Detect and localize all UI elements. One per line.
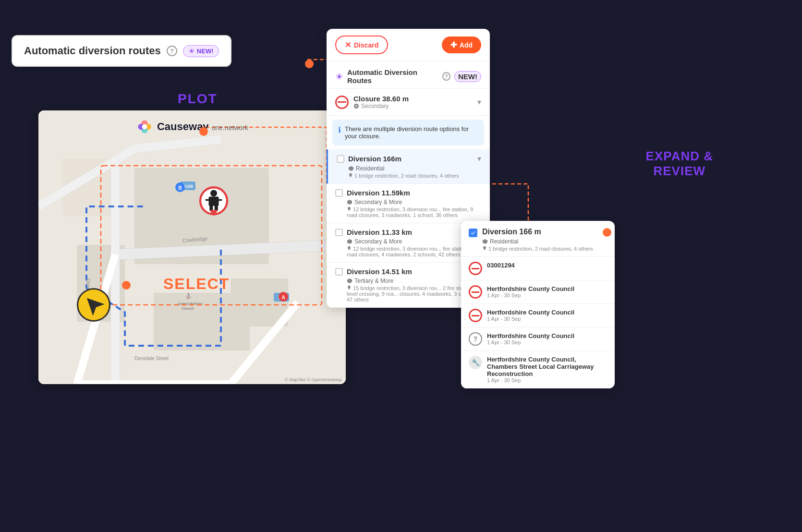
badge-new-label: NEW! [183,45,219,57]
svg-rect-27 [218,199,222,201]
add-button[interactable]: ✚ Add [442,36,481,53]
diversion-item-2[interactable]: Diversion 11.59km Secondary & More 12 br… [327,184,490,223]
closure-restrict-icon [335,96,349,109]
svg-point-39 [142,124,147,130]
svg-text:United Reform: United Reform [178,302,203,306]
road-worker-pin [197,185,231,223]
diversion-checkbox-2[interactable] [335,189,343,197]
diversion-chevron-1[interactable]: ▾ [477,154,481,163]
new-badge-text: NEW! [197,48,214,55]
connector-dot-1 [305,60,314,68]
diversion-checkbox-3[interactable] [335,229,343,236]
navigation-arrow [77,288,110,322]
connector-dot-3 [122,281,131,290]
discard-button[interactable]: ✕ Discard [335,36,388,54]
svg-text:B: B [178,185,182,191]
location-icon-4 [347,285,352,290]
conflict-title-2: Hertfordshire County Council [487,285,574,292]
svg-rect-29 [215,205,218,211]
road-icon [353,103,359,109]
conflict-sub-2: 1 Apr - 30 Sep [487,292,574,298]
conflict-list: 03001294 Hertfordshire County Council 1 … [461,257,615,388]
section-new-badge: NEW! [454,71,481,82]
expanded-header: Diversion 166 m Residential 1 bridge res… [461,221,615,257]
svg-rect-25 [209,197,219,206]
svg-rect-26 [206,199,210,201]
expanded-detail: 1 bridge restriction, 2 road closures, 4… [482,246,598,252]
location-icon-3 [347,246,352,251]
map-logo: Causeway one.network [136,118,248,135]
svg-rect-28 [209,205,213,211]
conflict-title-3: Hertfordshire County Council [487,309,574,316]
connector-dot-expanded [603,228,611,237]
info-banner: ℹ There are multiple diversion route opt… [332,120,484,145]
conflict-item-5: 🔧 Hertfordshire County Council, Chambers… [461,351,615,388]
panel-header: ✕ Discard ✚ Add [327,29,490,61]
section-ai-icon [335,72,343,81]
conflict-sub-4: 1 Apr - 30 Sep [487,339,574,345]
conflict-sub-3: 1 Apr - 30 Sep [487,316,574,322]
diversion-item-1[interactable]: Diversion 166m ▾ Residential 1 bridge re… [327,149,490,184]
auto-diversion-badge: Automatic diversion routes ? NEW! [12,35,231,67]
map-container: Cowbridge Dimsdale Street Dimsdale Stree… [38,110,346,384]
location-icon-1 [348,173,353,178]
expanded-checkbox[interactable] [469,229,477,237]
road-type-icon-4 [347,278,352,284]
expanded-panel: Diversion 166 m Residential 1 bridge res… [461,221,615,388]
diversion-checkbox-1[interactable] [337,155,344,163]
svg-text:Dimsdale Street: Dimsdale Street [134,356,169,361]
location-icon-2 [347,206,352,211]
expanded-title: Diversion 166 m [482,228,598,236]
connector-dot-2 [199,127,208,136]
panel-section-title: Automatic Diversion Routes ? NEW! [327,61,490,89]
svg-text:A: A [281,295,285,300]
causeway-logo [136,118,153,135]
ai-icon [188,48,195,54]
expanded-road-icon [482,239,488,244]
diversion-detail-1: 1 bridge restriction, 2 road closures, 4… [348,173,481,179]
road-type-icon-3 [347,239,352,244]
plot-label: PLOT [178,91,218,107]
diversion-checkbox-4[interactable] [335,268,343,276]
svg-text:⛪: ⛪ [185,292,192,299]
badge-text: Automatic diversion routes [24,45,161,57]
diversion-detail-2: 12 bridge restriction, 3 diversion rou..… [347,206,481,218]
expand-review-label: EXPAND &REVIEW [646,149,713,179]
check-icon [470,230,476,236]
conflict-title-5: Hertfordshire County Council, Chambers S… [487,356,607,377]
select-label: SELECT [163,275,230,293]
diversion-roadtype-1: Residential [348,165,481,172]
map-attribution: © MapTiler © OpenStreetMap [285,377,342,382]
conflict-sub-5: 1 Apr - 30 Sep [487,377,607,383]
closure-title: Closure 38.60 m [353,95,473,103]
info-message: There are multiple diversion route optio… [345,125,478,140]
conflict-title-1: 03001294 [487,262,515,269]
diversion-roadtype-2: Secondary & More [347,199,481,206]
closure-subtitle: Secondary [353,103,473,109]
conflict-item-2: Hertfordshire County Council 1 Apr - 30 … [461,280,615,304]
conflict-title-4: Hertfordshire County Council [487,332,574,339]
section-help-icon[interactable]: ? [442,72,450,81]
closure-chevron[interactable]: ▾ [477,97,481,107]
road-type-icon-2 [347,199,352,205]
road-type-icon-1 [348,166,354,171]
section-title: Automatic Diversion Routes [347,68,438,85]
conflict-item-1: 03001294 [461,257,615,280]
badge-help-icon[interactable]: ? [167,46,177,56]
conflict-item-3: Hertfordshire County Council 1 Apr - 30 … [461,304,615,327]
expanded-location-icon [482,246,487,251]
svg-point-24 [210,190,217,197]
conflict-item-4: ? Hertfordshire County Council 1 Apr - 3… [461,327,615,351]
expanded-road-type: Residential [482,238,598,245]
closure-item: Closure 38.60 m Secondary ▾ [327,89,490,116]
svg-text:Church: Church [182,306,194,311]
